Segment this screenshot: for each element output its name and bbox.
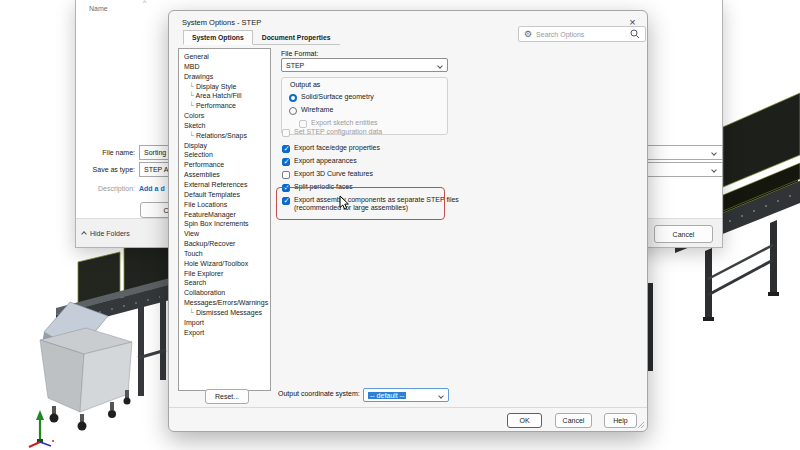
tree-item[interactable]: Display Style [184,82,270,92]
save-dialog-cancel-button[interactable]: Cancel [654,225,713,243]
chevron-up-icon [81,231,87,237]
cancel-button[interactable]: Cancel [555,413,592,428]
checkbox-option[interactable]: Export 3D Curve features [282,170,373,179]
file-name-value: Sorting [144,149,166,156]
mouse-cursor-icon [339,196,351,210]
checkbox-label: Export sketch entities [311,119,378,126]
checkbox-option[interactable]: Set STEP configuration data [282,128,382,137]
tree-item[interactable]: File Explorer [184,269,270,279]
tree-item[interactable]: Dismissed Messages [184,308,270,318]
file-format-select[interactable]: STEP [281,58,448,72]
tree-item[interactable]: Messages/Errors/Warnings [184,298,270,308]
radio-icon[interactable] [289,107,297,115]
file-format-value: STEP [286,62,304,69]
radio-option[interactable]: Solid/Surface geometry [289,93,374,102]
file-name-label: File name: [79,149,135,156]
save-as-type-label: Save as type: [79,166,135,173]
radio-icon[interactable] [289,94,297,102]
tree-item[interactable]: Import [184,318,270,328]
checkbox-option[interactable]: Export sketch entities [299,119,378,128]
tree-item[interactable]: Performance [184,160,270,170]
tab-strip: System Options Document Properties [183,30,340,45]
search-placeholder: Search Options [536,31,626,38]
tree-item[interactable]: File Locations [184,200,270,210]
output-as-group: Output as Solid/Surface geometry Wirefra… [281,77,448,135]
checkbox-label: Export 3D Curve features [294,170,373,177]
dialog-title: System Options - STEP [182,18,261,27]
reset-button[interactable]: Reset... [205,389,249,404]
checkbox-label: Export assembly components as separate S… [294,196,459,203]
sort-caret-icon: ^ [143,0,146,6]
tree-item[interactable]: Export [184,328,270,338]
tree-item[interactable]: MBD [184,62,270,72]
tree-item[interactable]: Default Templates [184,190,270,200]
output-coordinate-system-select[interactable]: -- default -- [363,388,449,402]
checkbox-sublabel: (recommended for large assemblies) [294,204,459,211]
checkbox-label: Export face/edge properties [294,144,380,151]
checkbox-icon[interactable] [282,197,290,205]
tree-item[interactable]: Area Hatch/Fill [184,91,270,101]
checkbox-icon[interactable] [282,171,290,179]
tree-item[interactable]: Collaboration [184,288,270,298]
checkbox-option[interactable]: Export face/edge properties [282,144,380,153]
footer-divider [169,407,647,408]
tree-item[interactable]: View [184,229,270,239]
file-format-label: File Format: [281,50,318,57]
tree-item[interactable]: FeatureManager [184,210,270,220]
tree-item[interactable]: Colors [184,111,270,121]
checkbox-icon[interactable] [282,145,290,153]
output-as-label: Output as [290,81,320,88]
radio-option[interactable]: Wireframe [289,106,333,115]
checkbox-label: Export appearances [294,157,357,164]
tree-item[interactable]: External References [184,180,270,190]
tree-item[interactable]: Search [184,278,270,288]
add-description-link[interactable]: Add a d [139,185,165,192]
tree-item[interactable]: Backup/Recover [184,239,270,249]
options-tree: General MBD Drawings Display Style Area … [178,48,271,391]
checkbox-icon[interactable] [299,120,307,128]
tree-item[interactable]: Spin Box Increments [184,219,270,229]
checkbox-label: Set STEP configuration data [294,128,382,135]
radio-label: Solid/Surface geometry [301,93,374,100]
checkbox-option[interactable]: Split periodic faces [282,183,353,192]
checkbox-icon[interactable] [282,129,290,137]
tree-item[interactable]: Drawings [184,72,270,82]
origin-triad-icon [26,408,56,448]
chevron-down-icon[interactable] [711,167,717,173]
name-column-header[interactable]: Name [89,5,108,12]
chevron-down-icon [438,393,444,399]
ok-button[interactable]: OK [507,413,542,428]
checkbox-option[interactable]: Export appearances [282,157,357,166]
checkbox-icon[interactable] [282,158,290,166]
radio-label: Wireframe [301,106,333,113]
solidworks-viewport: Name ^ File name: Sorting Save as type: … [0,0,800,450]
description-label: Description: [79,185,135,192]
search-icon[interactable] [630,29,640,39]
hide-folders-label: Hide Folders [90,230,130,237]
checkbox-label: Split periodic faces [294,183,353,190]
tree-item[interactable]: Display [184,141,270,151]
tree-item[interactable]: Sketch [184,121,270,131]
checkbox-option[interactable]: Export assembly components as separate S… [282,196,459,211]
tree-item[interactable]: Touch [184,249,270,259]
tab[interactable]: Document Properties [253,30,340,44]
chevron-down-icon [437,63,443,69]
system-options-dialog: System Options - STEP × System Options D… [168,10,648,432]
resize-grip[interactable] [636,420,645,429]
tree-item[interactable]: Performance [184,101,270,111]
hide-folders-toggle[interactable]: Hide Folders [82,230,130,237]
chevron-down-icon[interactable] [711,150,717,156]
checkbox-icon[interactable] [282,184,290,192]
tree-item[interactable]: Assemblies [184,170,270,180]
tree-item[interactable]: Hole Wizard/Toolbox [184,259,270,269]
output-coordinate-system-value: -- default -- [368,392,406,399]
tree-item[interactable]: Relations/Snaps [184,131,270,141]
tree-item[interactable]: Selection [184,150,270,160]
output-coordinate-system-label: Output coordinate system: [278,390,360,397]
help-button[interactable]: Help [604,413,637,428]
tab[interactable]: System Options [183,30,253,45]
gear-icon: ⚙ [524,30,532,38]
tree-item[interactable]: General [184,52,270,62]
search-input[interactable]: ⚙ Search Options [518,26,646,42]
